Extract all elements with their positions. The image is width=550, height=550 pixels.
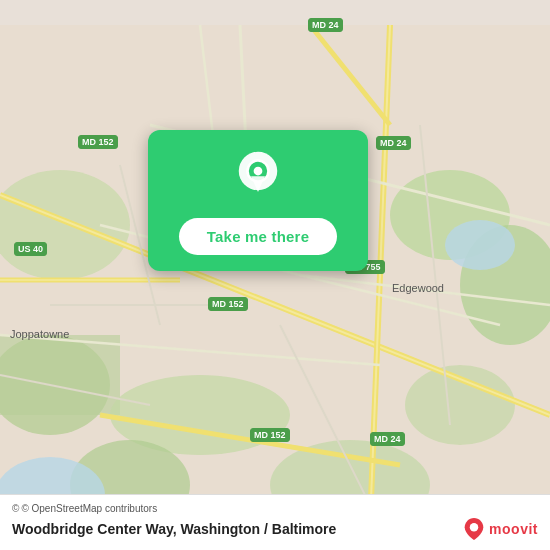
location-card: Take me there [148, 130, 368, 271]
svg-point-35 [470, 523, 478, 531]
map-svg [0, 0, 550, 550]
copyright-icon: © [12, 503, 19, 514]
footer-bar: © © OpenStreetMap contributors Woodbridg… [0, 494, 550, 550]
road-label-md24-mid: MD 24 [376, 136, 411, 150]
road-label-md152-bot: MD 152 [250, 428, 290, 442]
location-name: Woodbridge Center Way, Washington / Balt… [12, 521, 336, 537]
road-label-md24-bot: MD 24 [370, 432, 405, 446]
svg-rect-3 [0, 335, 120, 415]
road-label-md24-top: MD 24 [308, 18, 343, 32]
road-label-us40: US 40 [14, 242, 47, 256]
city-label-edgewood: Edgewood [392, 282, 444, 294]
svg-point-33 [254, 167, 263, 176]
take-me-there-button[interactable]: Take me there [179, 218, 337, 255]
attribution-row: © © OpenStreetMap contributors [12, 503, 538, 514]
road-label-md152-mid: MD 152 [208, 297, 248, 311]
moovit-logo: moovit [463, 518, 538, 540]
map-container: MD 152 MD 152 MD 152 MD 24 MD 24 MD 24 M… [0, 0, 550, 550]
attribution-text: © OpenStreetMap contributors [21, 503, 157, 514]
moovit-pin-icon [463, 518, 485, 540]
city-label-joppatowne: Joppatowne [10, 328, 69, 340]
road-label-md152-top: MD 152 [78, 135, 118, 149]
moovit-brand-text: moovit [489, 521, 538, 537]
svg-point-10 [445, 220, 515, 270]
location-pin-icon [230, 150, 286, 206]
footer-bottom: Woodbridge Center Way, Washington / Balt… [12, 518, 538, 540]
